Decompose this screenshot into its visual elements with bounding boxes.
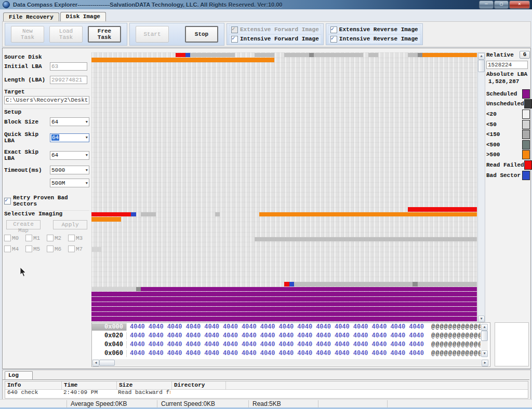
- block-run-dg[interactable]: [309, 53, 314, 58]
- block-run-dg[interactable]: [413, 282, 418, 287]
- block-run-g[interactable]: [284, 53, 363, 58]
- hex-row[interactable]: 0x06040404040404040404040404040404040404…: [92, 349, 481, 358]
- block-run-g[interactable]: [408, 53, 418, 58]
- checkbox-icon[interactable]: [68, 246, 75, 252]
- block-run-o[interactable]: [259, 212, 477, 217]
- hex-hscroll-thumb[interactable]: [99, 360, 115, 366]
- image-mode-checkbox-row[interactable]: Extensive Forward Image: [229, 25, 321, 34]
- checkbox-icon[interactable]: [68, 235, 75, 241]
- scroll-left-icon[interactable]: ◄: [92, 360, 99, 366]
- checkbox-icon[interactable]: [25, 235, 32, 241]
- module-checkbox-m2[interactable]: M2: [47, 235, 68, 241]
- load-task-button[interactable]: Load Task: [49, 26, 83, 43]
- module-checkbox-m7[interactable]: M7: [68, 246, 89, 252]
- block-run-r[interactable]: [408, 207, 477, 212]
- module-checkbox-m0[interactable]: M0: [4, 235, 25, 241]
- module-checkbox-m4[interactable]: M4: [4, 246, 25, 252]
- checkbox-icon[interactable]: [4, 246, 11, 252]
- block-run-p[interactable]: [91, 297, 477, 302]
- checkbox-icon[interactable]: [4, 235, 11, 241]
- module-checkbox-m6[interactable]: M6: [47, 246, 68, 252]
- hex-vscroll-thumb[interactable]: [481, 331, 488, 341]
- block-run-p[interactable]: [91, 302, 477, 307]
- tab-file-recovery[interactable]: File Recovery: [3, 12, 59, 21]
- hex-row[interactable]: 0x04040404040404040404040404040404040404…: [92, 340, 481, 349]
- scroll-right-icon[interactable]: ►: [482, 360, 488, 366]
- module-checkbox-m5[interactable]: M5: [25, 246, 47, 252]
- block-run-p[interactable]: [91, 292, 477, 296]
- block-run-g[interactable]: [215, 212, 220, 217]
- scroll-up-icon[interactable]: ▲: [481, 324, 488, 331]
- block-run-g[interactable]: [294, 282, 477, 287]
- relative-lba-field[interactable]: [486, 61, 528, 69]
- block-run-b[interactable]: [131, 212, 136, 217]
- block-run-sg[interactable]: [91, 247, 101, 252]
- block-run-dg[interactable]: [136, 287, 141, 292]
- close-button[interactable]: ✕: [509, 1, 530, 9]
- checkbox-icon[interactable]: [25, 246, 32, 252]
- retry-bad-sectors-checkbox[interactable]: [4, 198, 11, 204]
- checkbox-icon[interactable]: [330, 26, 337, 33]
- image-mode-checkbox-row[interactable]: Intensive Forward Image: [229, 34, 321, 44]
- minimize-button[interactable]: —: [479, 1, 494, 9]
- block-run-g[interactable]: [190, 53, 235, 58]
- log-table[interactable]: InfoTimeSizeDirectory 640 check2:40:09 P…: [5, 381, 528, 399]
- log-column-header[interactable]: Size: [117, 381, 172, 389]
- checkbox-icon[interactable]: [330, 36, 337, 43]
- cache-size-select[interactable]: 500M ▼: [50, 179, 89, 187]
- grid-vertical-scrollbar[interactable]: ▲ ▼: [477, 52, 485, 323]
- block-run-sg[interactable]: [91, 287, 136, 292]
- checkbox-icon[interactable]: [231, 26, 238, 33]
- image-mode-checkbox-row[interactable]: Extensive Reverse Image: [328, 25, 420, 34]
- block-run-g[interactable]: [141, 212, 156, 217]
- maximize-button[interactable]: ▢: [494, 1, 509, 9]
- stop-button[interactable]: Stop: [185, 26, 218, 43]
- hex-row[interactable]: 0x00040404040404040404040404040404040404…: [92, 323, 481, 332]
- log-column-header[interactable]: Info: [5, 381, 62, 389]
- block-run-p[interactable]: [91, 317, 477, 321]
- image-mode-checkbox-row[interactable]: Intensive Reverse Image: [328, 34, 420, 44]
- block-run-r[interactable]: [176, 53, 185, 58]
- block-run-o[interactable]: [422, 53, 477, 58]
- block-run-r[interactable]: [284, 282, 289, 287]
- create-map-button[interactable]: Create Map: [6, 220, 41, 229]
- quick-skip-lba-select[interactable]: 64 ▼: [50, 133, 89, 142]
- initial-lba-field[interactable]: [50, 62, 87, 71]
- hex-vertical-scrollbar[interactable]: ▲ ▼: [481, 324, 488, 357]
- apply-button[interactable]: Apply: [53, 220, 87, 229]
- log-column-header[interactable]: Directory: [172, 381, 226, 389]
- module-checkbox-m3[interactable]: M3: [68, 235, 89, 241]
- hex-row[interactable]: 0x02040404040404040404040404040404040404…: [92, 332, 481, 340]
- checkbox-icon[interactable]: [47, 235, 54, 241]
- block-run-b[interactable]: [185, 53, 191, 58]
- timeout-select[interactable]: 5000 ▼: [50, 166, 89, 174]
- block-run-b[interactable]: [289, 282, 295, 287]
- block-run-g[interactable]: [255, 237, 477, 242]
- tab-disk-image[interactable]: Disk Image: [60, 12, 106, 22]
- scroll-down-icon[interactable]: ▼: [481, 350, 488, 357]
- target-path-field[interactable]: [4, 96, 89, 104]
- exact-skip-lba-select[interactable]: 64 ▼: [50, 151, 89, 160]
- module-checkbox-m1[interactable]: M1: [25, 235, 47, 241]
- block-run-g[interactable]: [368, 53, 378, 58]
- scroll-up-icon[interactable]: ▲: [478, 53, 485, 60]
- disk-block-map[interactable]: [91, 52, 477, 322]
- checkbox-icon[interactable]: [47, 246, 54, 252]
- length-lba-field[interactable]: [50, 76, 87, 84]
- block-run-r[interactable]: [91, 212, 131, 217]
- log-row[interactable]: 640 check2:40:09 PMRead backward from 15: [5, 390, 528, 394]
- block-run-p[interactable]: [91, 312, 477, 317]
- block-run-p[interactable]: [141, 287, 477, 292]
- block-run-o[interactable]: [91, 217, 121, 222]
- block-run-p[interactable]: [91, 307, 477, 311]
- start-button[interactable]: Start: [136, 26, 169, 43]
- block-run-o[interactable]: [91, 58, 274, 62]
- scroll-down-icon[interactable]: ▼: [478, 316, 485, 322]
- block-run-dg[interactable]: [418, 53, 423, 58]
- new-task-button[interactable]: New Task: [11, 26, 44, 43]
- hex-horizontal-scrollbar[interactable]: ◄ ►: [92, 359, 489, 366]
- go-button[interactable]: G: [520, 51, 530, 59]
- block-run-g[interactable]: [255, 53, 274, 58]
- log-column-header[interactable]: Time: [62, 381, 117, 389]
- grid-scroll-thumb[interactable]: [478, 60, 485, 72]
